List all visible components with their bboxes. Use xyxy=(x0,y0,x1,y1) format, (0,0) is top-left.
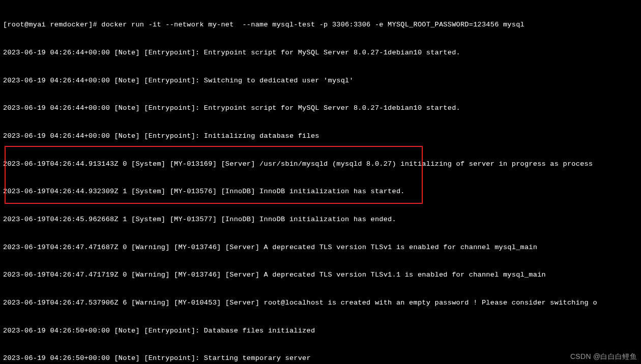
terminal-line: [root@myai remdocker]# docker run -it --… xyxy=(3,20,638,29)
terminal-line: 2023-06-19 04:26:50+00:00 [Note] [Entryp… xyxy=(3,326,638,336)
terminal-line: 2023-06-19 04:26:44+00:00 [Note] [Entryp… xyxy=(3,104,638,113)
terminal-line: 2023-06-19T04:26:47.471687Z 0 [Warning] … xyxy=(3,243,638,252)
terminal-line: 2023-06-19T04:26:47.471719Z 0 [Warning] … xyxy=(3,270,638,280)
terminal-line: 2023-06-19 04:26:44+00:00 [Note] [Entryp… xyxy=(3,48,638,57)
terminal-line: 2023-06-19T04:26:45.962668Z 1 [System] [… xyxy=(3,215,638,224)
terminal-line: 2023-06-19T04:26:44.932309Z 1 [System] [… xyxy=(3,187,638,196)
terminal-line: 2023-06-19T04:26:44.913143Z 0 [System] [… xyxy=(3,160,638,169)
terminal-line: 2023-06-19 04:26:44+00:00 [Note] [Entryp… xyxy=(3,132,638,141)
terminal-line: 2023-06-19 04:26:50+00:00 [Note] [Entryp… xyxy=(3,354,638,363)
watermark-text: CSDN @白白白鲤鱼 xyxy=(570,352,637,361)
terminal-line: 2023-06-19 04:26:44+00:00 [Note] [Entryp… xyxy=(3,76,638,85)
terminal-line: 2023-06-19T04:26:47.537906Z 6 [Warning] … xyxy=(3,298,638,308)
terminal-output[interactable]: [root@myai remdocker]# docker run -it --… xyxy=(3,2,638,364)
